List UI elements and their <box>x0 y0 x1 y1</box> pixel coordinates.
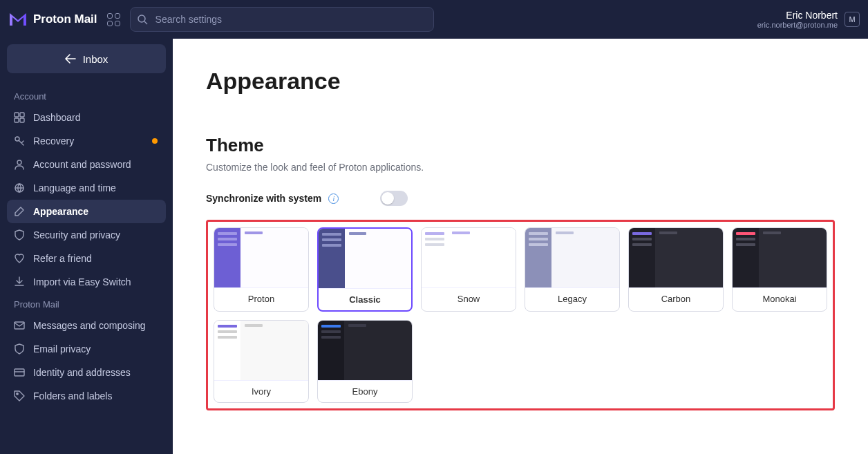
topbar: Proton Mail Eric Norbert eric.norbert@pr… <box>0 0 868 39</box>
sidebar-item-label: Email privacy <box>33 343 91 354</box>
themes-grid: Proton Classic Snow Legacy Carbon Monoka… <box>214 227 827 403</box>
info-icon[interactable]: i <box>328 193 339 204</box>
sync-row: Synchronize with system i <box>206 191 835 206</box>
theme-label: Carbon <box>629 287 723 310</box>
svg-line-1 <box>144 21 147 24</box>
envelope-icon <box>14 320 25 331</box>
sidebar-item-label: Account and password <box>33 159 131 170</box>
sidebar-item-appearance[interactable]: Appearance <box>7 200 166 223</box>
theme-label: Ivory <box>214 380 308 402</box>
svg-rect-9 <box>15 322 24 329</box>
user-icon <box>14 159 25 170</box>
main-content: Appearance Theme Customize the look and … <box>173 39 868 454</box>
back-label: Inbox <box>83 53 108 65</box>
svg-point-7 <box>17 160 21 164</box>
theme-preview <box>525 228 619 287</box>
app-switcher-icon[interactable] <box>107 13 120 26</box>
theme-preview <box>214 228 308 287</box>
theme-card-snow[interactable]: Snow <box>421 227 516 312</box>
sidebar-item-label: Identity and addresses <box>33 367 131 378</box>
brand-name: Proton Mail <box>33 12 97 26</box>
theme-preview <box>629 228 723 287</box>
theme-card-carbon[interactable]: Carbon <box>628 227 724 312</box>
card-icon <box>14 367 25 378</box>
sidebar-item-security-privacy[interactable]: Security and privacy <box>7 223 166 247</box>
tag-icon <box>14 390 25 401</box>
theme-description: Customize the look and feel of Proton ap… <box>206 162 835 173</box>
theme-card-monokai[interactable]: Monokai <box>732 227 827 312</box>
sidebar-item-dashboard[interactable]: Dashboard <box>7 106 166 129</box>
notification-dot <box>152 138 158 144</box>
svg-rect-4 <box>15 118 19 122</box>
theme-label: Snow <box>422 287 516 310</box>
sidebar-item-language-time[interactable]: Language and time <box>7 176 166 200</box>
brush-icon <box>14 206 25 217</box>
theme-preview <box>319 229 411 288</box>
svg-rect-2 <box>15 113 19 117</box>
theme-label: Ebony <box>318 380 412 402</box>
themes-highlight-box: Proton Classic Snow Legacy Carbon Monoka… <box>206 220 835 410</box>
arrow-left-icon <box>65 54 76 64</box>
svg-rect-5 <box>20 118 24 122</box>
sidebar-item-label: Dashboard <box>33 112 81 123</box>
sidebar-item-email-privacy[interactable]: Email privacy <box>7 337 166 361</box>
sidebar-item-label: Import via Easy Switch <box>33 276 131 287</box>
search-input[interactable] <box>130 7 434 32</box>
user-email: eric.norbert@proton.me <box>757 21 838 29</box>
dashboard-icon <box>14 112 25 123</box>
sidebar-item-account-password[interactable]: Account and password <box>7 153 166 176</box>
sidebar-item-identity-addresses[interactable]: Identity and addresses <box>7 361 166 384</box>
svg-point-0 <box>138 15 145 22</box>
user-menu[interactable]: Eric Norbert eric.norbert@proton.me M <box>757 10 860 29</box>
sidebar-item-label: Recovery <box>33 135 74 146</box>
search-container <box>130 7 434 32</box>
theme-label: Classic <box>319 288 411 310</box>
svg-rect-3 <box>20 113 24 117</box>
page-title: Appearance <box>206 68 835 95</box>
heart-icon <box>14 253 25 264</box>
theme-card-ebony[interactable]: Ebony <box>317 320 413 403</box>
shield-icon <box>14 343 25 354</box>
svg-point-11 <box>17 393 18 395</box>
theme-card-ivory[interactable]: Ivory <box>214 320 309 403</box>
sidebar-item-import[interactable]: Import via Easy Switch <box>7 270 166 294</box>
theme-card-legacy[interactable]: Legacy <box>525 227 620 312</box>
sidebar-item-messages-composing[interactable]: Messages and composing <box>7 314 166 337</box>
download-icon <box>14 276 25 287</box>
theme-preview <box>422 228 516 287</box>
shield-icon <box>14 229 25 240</box>
theme-preview <box>733 228 827 287</box>
theme-label: Proton <box>214 287 308 310</box>
sidebar-item-label: Appearance <box>33 206 88 217</box>
sync-label: Synchronize with system <box>206 193 321 204</box>
sidebar-item-recovery[interactable]: Recovery <box>7 129 166 153</box>
theme-card-classic[interactable]: Classic <box>317 227 413 312</box>
globe-icon <box>14 182 25 193</box>
key-icon <box>14 135 25 146</box>
theme-card-proton[interactable]: Proton <box>214 227 309 312</box>
sidebar-item-label: Folders and labels <box>33 390 112 401</box>
theme-label: Legacy <box>525 287 619 310</box>
sidebar-item-label: Refer a friend <box>33 253 92 264</box>
sidebar-item-label: Messages and composing <box>33 320 146 331</box>
back-to-inbox-button[interactable]: Inbox <box>7 44 166 73</box>
user-name: Eric Norbert <box>757 10 838 21</box>
sidebar-item-label: Security and privacy <box>33 229 120 240</box>
proton-logo-icon <box>8 12 28 27</box>
theme-label: Monokai <box>733 287 827 310</box>
theme-preview <box>318 321 412 380</box>
sidebar: Inbox AccountDashboardRecoveryAccount an… <box>0 39 173 454</box>
user-badge: M <box>845 12 860 27</box>
sidebar-item-folders-labels[interactable]: Folders and labels <box>7 384 166 408</box>
theme-preview <box>214 321 308 380</box>
sync-toggle[interactable] <box>380 191 408 206</box>
sidebar-item-refer[interactable]: Refer a friend <box>7 247 166 270</box>
svg-rect-10 <box>15 369 24 376</box>
sidebar-section-label: Proton Mail <box>7 294 166 314</box>
search-icon <box>137 14 148 25</box>
theme-heading: Theme <box>206 135 835 156</box>
brand-logo[interactable]: Proton Mail <box>8 12 97 27</box>
sidebar-item-label: Language and time <box>33 182 116 193</box>
sidebar-section-label: Account <box>7 86 166 106</box>
